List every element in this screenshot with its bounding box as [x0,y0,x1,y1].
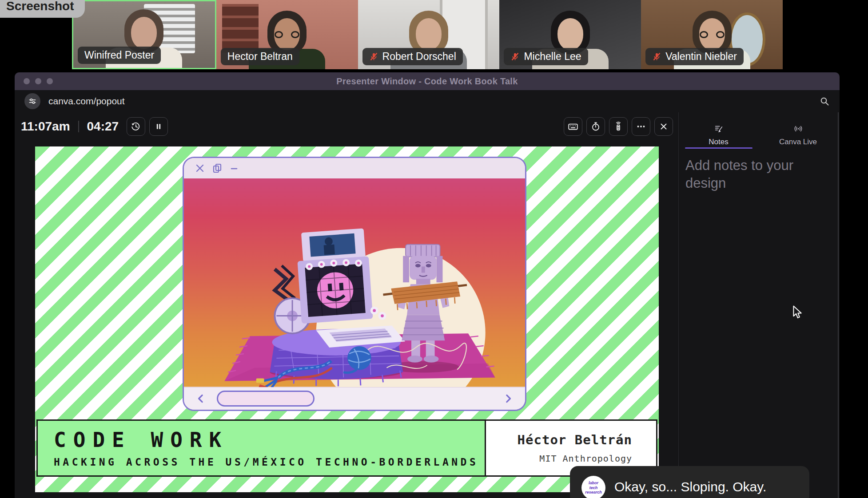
code-work-illustration [184,178,525,387]
zoom-window-button[interactable] [47,78,53,84]
video-call-strip: Winifred Poster Hector Beltran [72,0,783,69]
url-bar: canva.com/popout [15,90,840,112]
caption-text: Okay, so... Sloping. Okay. [614,479,766,494]
divider [78,121,79,132]
tab-canva-live[interactable]: Canva Live [758,124,838,146]
keyboard-icon [567,121,579,132]
notes-sidebar: Notes Canva Live Add notes to your desig… [678,112,839,498]
participant-name-tag: Michelle Lee [504,48,588,65]
mic-muted-icon [369,52,378,61]
notes-empty-state: Add notes to your design [685,157,819,192]
participant-name-tag: Robert Dorschel [362,48,463,65]
minimize-window-button[interactable] [35,78,41,84]
tab-label: Notes [709,138,728,146]
mouse-cursor [792,305,804,320]
mic-muted-icon [652,52,661,61]
participant-name-tag: Winifred Poster [78,47,161,64]
slide-title-box: CODE WORK HACKING ACROSS THE US/MÉXICO T… [36,419,486,477]
search-button[interactable] [819,96,830,107]
window-titlebar: Presenter Window - Code Work Book Talk [15,72,840,90]
participant-tile-winifred[interactable]: Winifred Poster [72,0,216,69]
pause-icon [154,122,163,131]
reset-timer-icon [131,121,141,132]
mic-muted-icon [510,52,520,61]
wall-clock: 11:07am [21,119,70,134]
participant-tile-robert[interactable]: Robert Dorschel [358,0,500,69]
participant-name: Hector Beltran [227,51,293,63]
participant-tile-hector[interactable]: Hector Beltran [216,0,358,69]
retro-duplicate-icon [212,163,223,174]
slide-title: CODE WORK [54,430,485,450]
remote-icon [613,121,624,132]
tune-icon [28,97,37,106]
retro-window-titlebar [184,158,525,178]
url-text[interactable]: canva.com/popout [48,96,125,107]
close-icon [659,122,669,131]
retro-back-icon [195,393,207,404]
traffic-lights [24,78,53,84]
slide-affiliation: MIT Anthropology [486,453,632,464]
presenter-remote-button[interactable] [609,117,628,136]
screenshot-tooltip: Screenshot [0,0,85,18]
timer-button[interactable] [586,117,605,136]
tab-label: Canva Live [779,138,817,146]
tab-notes[interactable]: Notes [679,124,758,146]
participant-name-tag: Valentin Niebler [645,48,744,65]
search-icon [819,96,830,107]
retro-browser-graphic [183,157,526,411]
keyboard-shortcuts-button[interactable] [564,117,582,136]
notes-icon [714,124,724,134]
slide-author: Héctor Beltrán [486,432,632,447]
live-icon [793,124,803,134]
end-presentation-button[interactable] [654,117,673,136]
retro-window-footer [184,387,525,410]
participant-tile-valentin[interactable]: Valentin Niebler [641,0,783,69]
retro-minimize-icon [229,163,240,174]
active-tab-indicator [685,147,753,149]
slide-title-block: CODE WORK HACKING ACROSS THE US/MÉXICO T… [36,419,657,477]
retro-close-icon [195,163,205,174]
participant-name: Valentin Niebler [665,51,737,63]
participant-tile-michelle[interactable]: Michelle Lee [499,0,641,69]
stopwatch-icon [590,121,601,132]
more-options-button[interactable] [632,117,650,136]
reset-timer-button[interactable] [127,117,145,136]
sidebar-tabs: Notes Canva Live [679,112,838,146]
presentation-slide[interactable]: CODE WORK HACKING ACROSS THE US/MÉXICO T… [35,146,659,492]
slide-illustration [184,178,525,387]
live-caption: labor tech research Okay, so... Sloping.… [570,466,809,498]
avatar-text-line: research [585,490,602,494]
close-window-button[interactable] [24,78,30,84]
pause-timer-button[interactable] [149,117,168,136]
participant-name: Winifred Poster [84,49,154,61]
window-title: Presenter Window - Code Work Book Talk [336,76,518,87]
avatar-text-line: labor [589,481,598,485]
presenter-window: Presenter Window - Code Work Book Talk c… [15,72,840,498]
avatar-text-line: tech [589,486,598,490]
presentation-timer: 04:27 [87,119,119,134]
participant-name-tag: Hector Beltran [221,48,299,65]
toolbar-right-group [564,117,673,136]
retro-forward-icon [502,393,514,404]
caption-avatar: labor tech research [581,476,605,498]
site-settings-button[interactable] [24,93,40,109]
slide-subtitle: HACKING ACROSS THE US/MÉXICO TECHNO-BORD… [54,456,485,468]
participant-name: Robert Dorschel [382,51,456,63]
more-icon [636,121,646,132]
retro-address-bar [217,391,315,407]
screenshot-label: Screenshot [6,0,74,13]
participant-name: Michelle Lee [524,51,581,63]
